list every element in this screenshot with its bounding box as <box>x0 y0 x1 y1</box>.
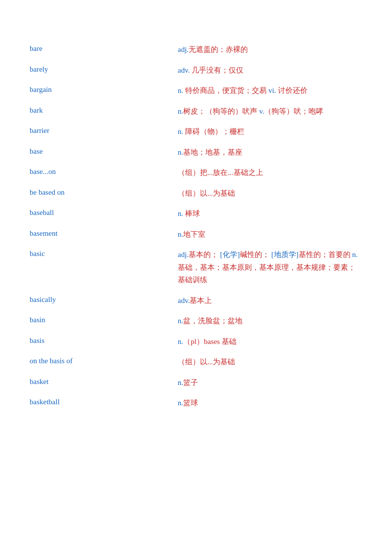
entry-definition: n.盆，洗脸盆；盆地 <box>178 315 362 328</box>
entry-definition: adv. 几乎没有；仅仅 <box>178 64 362 77</box>
entry-definition: adv.基本上 <box>178 295 362 307</box>
entry-word: bark <box>30 105 178 118</box>
list-item: barriern. 障碍（物）；栅栏 <box>30 122 362 142</box>
entry-word: basement <box>30 228 178 241</box>
entry-definition: （组）以...为基础 <box>178 356 362 369</box>
list-item: base...on（组）把...放在...基础之上 <box>30 163 362 183</box>
entry-definition: n.篮球 <box>178 397 362 410</box>
list-item: barelyadv. 几乎没有；仅仅 <box>30 60 362 81</box>
entry-definition: n.基地；地基，基座 <box>178 146 362 159</box>
list-item: basinn.盆，洗脸盆；盆地 <box>30 311 362 332</box>
entry-word: basis <box>30 336 178 348</box>
list-item: basicadj.基本的； [化学]碱性的； [地质学]基性的；首要的 n.基础… <box>30 245 362 291</box>
entry-word: be based on <box>30 187 178 200</box>
entry-word: basket <box>30 377 178 389</box>
list-item: basen.基地；地基，基座 <box>30 142 362 163</box>
entry-definition: adj.无遮盖的；赤裸的 <box>178 43 362 56</box>
entry-definition: （组）以...为基础 <box>178 187 362 200</box>
entry-word: bare <box>30 43 178 56</box>
entry-definition: n. 障碍（物）；栅栏 <box>178 126 362 138</box>
list-item: barkn.树皮；（狗等的）吠声 v.（狗等）吠；咆哮 <box>30 101 362 122</box>
entry-definition: （组）把...放在...基础之上 <box>178 167 362 179</box>
list-item: basketballn.篮球 <box>30 393 362 414</box>
list-item: basketn.篮子 <box>30 373 362 393</box>
entry-word: baseball <box>30 208 178 220</box>
entry-definition: n.（pl）bases 基础 <box>178 336 362 348</box>
entry-word: barely <box>30 64 178 77</box>
entry-word: basically <box>30 295 178 307</box>
list-item: baseballn. 棒球 <box>30 204 362 224</box>
entry-word: basin <box>30 315 178 328</box>
list-item: bargainn. 特价商品，便宜货；交易 vi. 讨价还价 <box>30 81 362 101</box>
list-item: basementn.地下室 <box>30 224 362 245</box>
list-item: on the basis of（组）以...为基础 <box>30 352 362 373</box>
entry-definition: n.地下室 <box>178 228 362 241</box>
entry-word: base...on <box>30 167 178 179</box>
entry-definition: n. 棒球 <box>178 208 362 220</box>
entry-word: on the basis of <box>30 356 178 369</box>
entries-container: bareadj.无遮盖的；赤裸的barelyadv. 几乎没有；仅仅bargai… <box>30 40 362 414</box>
entry-word: bargain <box>30 85 178 97</box>
list-item: be based on（组）以...为基础 <box>30 183 362 204</box>
list-item: bareadj.无遮盖的；赤裸的 <box>30 40 362 60</box>
entry-word: basic <box>30 249 178 287</box>
entry-definition: n.树皮；（狗等的）吠声 v.（狗等）吠；咆哮 <box>178 105 362 118</box>
list-item: basisn.（pl）bases 基础 <box>30 332 362 352</box>
entry-definition: n.篮子 <box>178 377 362 389</box>
list-item: basicallyadv.基本上 <box>30 291 362 311</box>
entry-word: base <box>30 146 178 159</box>
entry-word: basketball <box>30 397 178 410</box>
entry-definition: n. 特价商品，便宜货；交易 vi. 讨价还价 <box>178 85 362 97</box>
entry-definition: adj.基本的； [化学]碱性的； [地质学]基性的；首要的 n.基础，基本；基… <box>178 249 362 287</box>
entry-word: barrier <box>30 126 178 138</box>
